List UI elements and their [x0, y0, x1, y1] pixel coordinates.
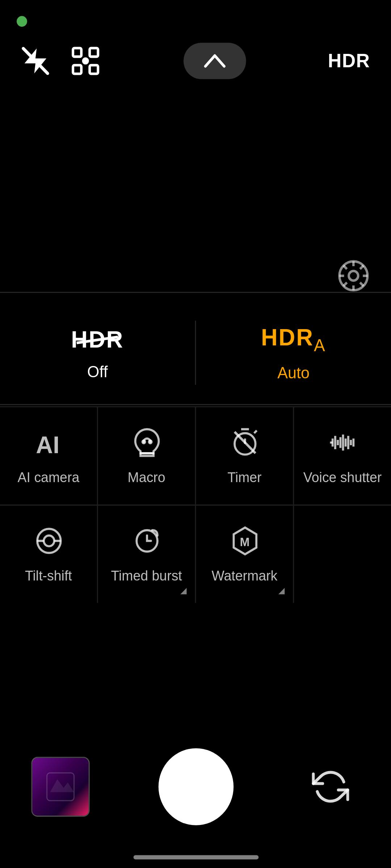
svg-rect-3: [90, 48, 98, 57]
voice-shutter-label: Voice shutter: [303, 469, 382, 485]
timed-burst-label: Timed burst: [111, 567, 182, 583]
timer-label: Timer: [227, 469, 261, 485]
empty-item: [294, 506, 391, 603]
hdr-off-name: HDR: [71, 326, 124, 353]
svg-marker-44: [50, 779, 74, 792]
tilt-shift-icon: [33, 525, 64, 557]
rotate-camera-button[interactable]: [301, 757, 360, 817]
macro-item[interactable]: Macro: [98, 407, 196, 505]
hdr-auto-name: HDRA: [261, 324, 326, 355]
timed-burst-item[interactable]: Timed burst: [98, 506, 196, 603]
watermark-item[interactable]: M Watermark: [196, 506, 294, 603]
hdr-auto-option[interactable]: HDRA Auto: [196, 324, 391, 382]
tilt-shift-label: Tilt-shift: [25, 567, 72, 583]
svg-line-16: [344, 282, 347, 286]
divider-bottom: [0, 404, 391, 405]
gallery-thumbnail[interactable]: [31, 757, 89, 817]
status-dot: [17, 16, 27, 27]
camera-screen: HDR HDR: [0, 0, 391, 868]
voice-shutter-item[interactable]: Voice shutter: [294, 407, 391, 505]
svg-text:AI: AI: [35, 431, 59, 458]
svg-text:M: M: [239, 535, 249, 549]
focus-button[interactable]: [69, 44, 102, 78]
svg-point-19: [142, 441, 144, 443]
status-bar: [17, 9, 374, 34]
svg-line-17: [77, 336, 118, 342]
svg-rect-5: [90, 65, 98, 74]
watermark-badge: [278, 588, 285, 595]
chevron-up-button[interactable]: [184, 43, 247, 79]
ai-camera-item[interactable]: AI AI camera: [0, 407, 98, 505]
hdr-panel: HDR Off HDRA Auto: [0, 299, 391, 402]
macro-label: Macro: [128, 469, 165, 485]
svg-rect-4: [73, 65, 81, 74]
flash-off-button[interactable]: [21, 46, 50, 76]
watermark-label: Watermark: [212, 567, 278, 583]
voice-shutter-icon: [327, 426, 358, 459]
svg-line-13: [344, 265, 347, 269]
svg-point-6: [82, 58, 89, 65]
features-row-2: Tilt-shift Timed burst: [0, 505, 391, 603]
svg-rect-2: [73, 48, 81, 57]
watermark-icon: M: [229, 525, 260, 557]
timed-burst-badge: [180, 588, 186, 595]
macro-icon: [131, 426, 162, 459]
timer-item[interactable]: Timer: [196, 407, 294, 505]
home-indicator: [133, 855, 258, 860]
hdr-top-label[interactable]: HDR: [328, 50, 370, 72]
hdr-off-value: Off: [87, 362, 108, 380]
svg-line-24: [254, 430, 256, 433]
ai-camera-label: AI camera: [18, 469, 80, 485]
svg-line-14: [360, 282, 363, 286]
tilt-shift-item[interactable]: Tilt-shift: [0, 506, 98, 603]
timer-icon: [229, 426, 260, 459]
top-left-controls: [21, 44, 102, 78]
timed-burst-icon: [131, 525, 162, 557]
gallery-thumb-image: [32, 758, 89, 816]
svg-line-15: [360, 265, 363, 269]
bottom-controls: [0, 748, 391, 825]
hdr-auto-value: Auto: [277, 363, 310, 382]
ai-camera-icon: AI: [33, 426, 64, 459]
divider-top: [0, 292, 391, 293]
svg-point-8: [349, 271, 358, 281]
svg-point-38: [43, 536, 54, 546]
hdr-off-option[interactable]: HDR Off: [0, 326, 195, 380]
features-grid: AI AI camera Macro: [0, 406, 391, 603]
shutter-button[interactable]: [158, 748, 233, 825]
features-row-1: AI AI camera Macro: [0, 406, 391, 505]
top-controls: HDR: [0, 43, 391, 79]
svg-point-20: [148, 441, 151, 443]
